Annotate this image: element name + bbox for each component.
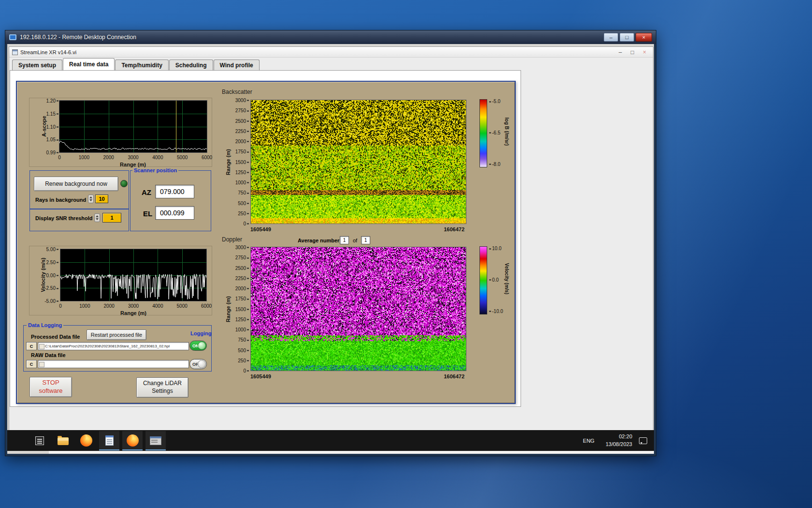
file-explorer-icon	[58, 437, 69, 445]
tick-label: 2250	[235, 275, 249, 281]
vi-icon	[12, 49, 18, 55]
firefox-taskbar-button[interactable]	[76, 431, 96, 450]
tick-label: 500	[238, 347, 249, 353]
tick-label: 2000	[103, 155, 114, 160]
notification-icon[interactable]	[639, 437, 647, 444]
raw-logging-toggle[interactable]: OFF	[189, 359, 207, 369]
renew-led-indicator	[120, 180, 128, 187]
average-total-value[interactable]: 1	[361, 236, 370, 244]
tab-scheduling[interactable]: Scheduling	[169, 60, 213, 70]
tick-label: 2750	[235, 255, 249, 260]
rays-spinner[interactable]	[88, 194, 94, 203]
el-label: EL	[143, 209, 152, 218]
tick-label: 1000	[79, 303, 90, 309]
backscatter-y-axis-label: Range (m)	[225, 149, 231, 175]
average-number-label: Average number	[298, 238, 339, 243]
velocity-plot[interactable]	[60, 249, 207, 301]
logging-label: Logging	[189, 330, 213, 336]
rdp-titlebar[interactable]: 192.168.0.122 - Remote Desktop Connectio…	[5, 30, 656, 44]
minimize-button[interactable]: –	[619, 49, 622, 55]
tick-label: 0.99	[46, 150, 58, 155]
firefox-icon	[80, 434, 92, 447]
processed-path-field[interactable]: C:\Lidar\Data\Proc\2023\202308\20230813\…	[38, 342, 189, 350]
language-indicator[interactable]: ENG	[579, 434, 599, 447]
doppler-colorbar-label: Velocity (m/s)	[504, 263, 509, 294]
snr-threshold-value[interactable]: 1	[102, 213, 121, 223]
restart-processed-button[interactable]: Restart processed file	[87, 329, 146, 340]
tick-label: 1000	[235, 327, 249, 332]
processed-drive-button[interactable]: C	[26, 342, 37, 350]
notepad-icon	[105, 435, 114, 446]
tick-label: 250	[238, 210, 249, 216]
tick-label: 1000	[79, 155, 89, 160]
doppler-plot[interactable]	[250, 247, 466, 371]
app-window-controls: –□×	[619, 49, 646, 55]
stop-software-button[interactable]: STOP software	[29, 377, 72, 397]
doppler-x-start-label: 1605449	[250, 374, 271, 379]
backscatter-canvas	[251, 100, 466, 224]
tick-label: 1250	[235, 169, 249, 175]
scan-scheduler-icon	[150, 436, 161, 445]
processed-logging-toggle[interactable]: ON	[189, 341, 207, 351]
doppler-canvas	[251, 247, 466, 371]
firefox-remote-taskbar-button[interactable]	[122, 431, 143, 450]
firefox-remote-icon	[127, 434, 139, 447]
average-number-value[interactable]: 1	[340, 236, 349, 244]
renew-background-button[interactable]: Renew background now	[34, 177, 118, 191]
tick-label: -8.0	[489, 161, 500, 166]
taskbar-tray: ENG 02:20 13/08/2023	[579, 433, 654, 448]
close-button[interactable]: ×	[636, 33, 652, 42]
backscatter-colorbar	[479, 99, 487, 167]
tick-label: 1.20	[46, 98, 58, 104]
tick-label: 3000	[128, 155, 138, 160]
restore-button[interactable]: □	[631, 49, 634, 55]
doppler-x-end-label: 1606472	[444, 374, 464, 379]
app-titlebar[interactable]: StreamLine XR v14-6.vi –□×	[9, 47, 653, 58]
tick-label: -10.0	[489, 308, 503, 314]
notepad-taskbar-button[interactable]	[99, 431, 119, 450]
desktop: 192.168.0.122 - Remote Desktop Connectio…	[0, 0, 812, 508]
tab-wind-profile[interactable]: Wind profile	[214, 60, 260, 70]
maximize-button[interactable]: □	[620, 33, 634, 42]
el-value-field[interactable]: 000.099	[155, 206, 194, 220]
change-lidar-settings-button[interactable]: Change LiDAR Settings	[136, 377, 188, 398]
backscatter-plot[interactable]	[250, 100, 466, 224]
file-explorer-taskbar-button[interactable]	[53, 431, 73, 450]
tick-label: 250	[238, 358, 249, 363]
rdp-window: 192.168.0.122 - Remote Desktop Connectio…	[5, 30, 656, 456]
close-button[interactable]: ×	[643, 49, 646, 55]
tab-temp-humidity[interactable]: Temp/humidity	[115, 60, 168, 70]
rays-value[interactable]: 10	[95, 194, 108, 203]
taskbar: ENG 02:20 13/08/2023	[7, 430, 654, 451]
bottom-strip	[49, 451, 654, 454]
doppler-colorbar-ticks: 10.00.0-10.0	[489, 246, 506, 314]
tick-label: 750	[238, 337, 249, 343]
clock-time: 02:20	[606, 433, 632, 440]
raw-path-field[interactable]	[38, 360, 189, 368]
task-view-icon	[35, 436, 44, 445]
app-window: StreamLine XR v14-6.vi –□× System setupR…	[9, 46, 653, 431]
tick-label: 3000	[235, 245, 249, 250]
toggle-knob-icon	[198, 360, 206, 368]
task-view-taskbar-button[interactable]	[29, 431, 50, 450]
front-panel: A-scope 1.201.151.101.050.99 01000200030…	[16, 81, 516, 404]
scan-scheduler-taskbar-button[interactable]	[145, 431, 166, 450]
backscatter-x-end-label: 1606472	[444, 226, 464, 232]
tick-label: 6000	[201, 303, 212, 309]
tab-system-setup[interactable]: System setup	[12, 60, 62, 70]
backscatter-colorbar-label: log B (/m/sr)	[504, 118, 509, 146]
tick-label: -5.00	[44, 299, 58, 304]
velocity-canvas	[60, 249, 206, 301]
clock[interactable]: 02:20 13/08/2023	[606, 433, 632, 448]
remote-desktop-icon	[9, 34, 16, 40]
ascope-plot[interactable]	[59, 100, 207, 153]
snr-spinner[interactable]	[94, 213, 100, 222]
ascope-y-ticks: 1.201.151.101.050.99	[39, 101, 58, 152]
tab-bar: System setupReal time dataTemp/humidityS…	[12, 59, 260, 70]
az-value-field[interactable]: 079.000	[155, 185, 194, 198]
rays-in-background-label: Rays in background	[35, 197, 86, 203]
tab-real-time-data[interactable]: Real time data	[63, 58, 115, 70]
minimize-button[interactable]: –	[604, 33, 618, 42]
tick-label: 4000	[152, 155, 163, 160]
raw-drive-button[interactable]: C	[26, 360, 37, 368]
